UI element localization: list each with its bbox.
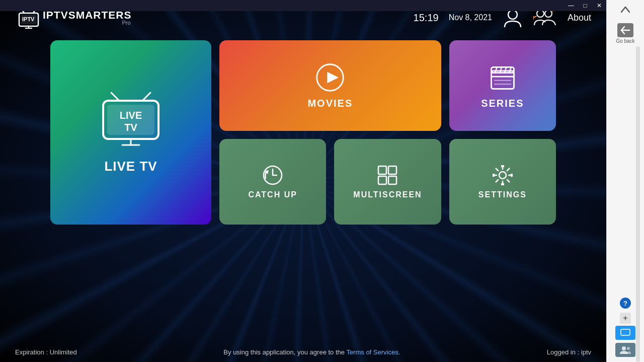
svg-point-39 (627, 347, 630, 350)
scroll-up-button[interactable] (618, 4, 633, 15)
right-grid: MOVIES (219, 40, 556, 225)
footer: Expiration : Unlimited By using this app… (0, 342, 606, 362)
scroll-track (636, 46, 640, 362)
date: Nov 8, 2021 (449, 13, 492, 22)
terms-text: By using this application, you agree to … (223, 348, 400, 356)
go-back-button[interactable]: Go back (613, 22, 638, 44)
catchup-label: CATCH UP (248, 190, 297, 199)
svg-point-8 (537, 10, 544, 17)
live-tv-icon-wrapper: LIVE TV (93, 91, 169, 149)
svg-line-25 (505, 67, 507, 73)
svg-point-38 (622, 346, 626, 350)
main-content: LIVE TV LIVE TV (0, 40, 606, 225)
live-tv-card[interactable]: LIVE TV LIVE TV (50, 40, 211, 225)
svg-point-35 (499, 172, 506, 179)
close-button[interactable]: ✕ (592, 0, 606, 11)
multiscreen-icon (376, 164, 398, 186)
live-tv-label: LIVE TV (104, 159, 157, 174)
cards-grid: LIVE TV LIVE TV (50, 40, 556, 225)
series-icon (488, 62, 518, 93)
settings-card[interactable]: SETTINGS (449, 139, 556, 225)
app-container: IPTV IPTVSMARTERS Pro 15:19 Nov 8, 2021 (0, 0, 606, 362)
users-button[interactable] (615, 343, 635, 357)
svg-point-9 (545, 10, 552, 17)
svg-line-23 (495, 67, 497, 73)
catchup-icon (262, 164, 284, 186)
svg-marker-19 (328, 71, 339, 83)
chat-button[interactable] (615, 326, 635, 340)
svg-line-26 (509, 67, 511, 73)
maximize-button[interactable]: □ (578, 0, 592, 11)
svg-rect-37 (621, 329, 630, 335)
series-label: SERIES (481, 98, 524, 109)
catchup-card[interactable]: CATCH UP (219, 139, 326, 225)
help-button[interactable]: ? (620, 298, 631, 309)
settings-label: SETTINGS (478, 190, 527, 199)
right-panel: Go back ? + (606, 0, 644, 362)
svg-rect-31 (378, 166, 386, 174)
logged-in-text: Logged in : iptv (547, 348, 591, 356)
minimize-button[interactable]: — (564, 0, 578, 11)
go-back-icon (617, 23, 633, 37)
movies-card[interactable]: MOVIES (219, 40, 441, 131)
svg-line-24 (500, 67, 502, 73)
multiscreen-card[interactable]: MULTISCREEN (334, 139, 441, 225)
movies-label: MOVIES (307, 98, 353, 109)
svg-text:TV: TV (124, 122, 137, 133)
window-titlebar: — □ ✕ (0, 0, 606, 11)
svg-rect-32 (388, 166, 396, 174)
multiscreen-label: MULTISCREEN (353, 190, 422, 199)
svg-rect-34 (388, 176, 396, 184)
clock: 15:19 (414, 12, 439, 24)
settings-icon (492, 164, 514, 186)
movies-icon (315, 62, 345, 93)
svg-text:IPTV: IPTV (22, 16, 35, 22)
svg-line-11 (142, 93, 150, 101)
go-back-label: Go back (616, 38, 634, 44)
logo-iptv-smarters: IPTVSMARTERS (43, 10, 132, 20)
series-card[interactable]: SERIES (449, 40, 556, 131)
svg-point-7 (508, 10, 517, 19)
live-tv-icon: LIVE TV (93, 91, 169, 149)
notif-icons: ? + (615, 298, 635, 357)
terms-link[interactable]: Terms of Services. (346, 348, 400, 356)
about-link[interactable]: About (568, 13, 591, 23)
svg-text:LIVE: LIVE (120, 110, 142, 121)
add-button[interactable]: + (620, 313, 631, 324)
svg-rect-33 (378, 176, 386, 184)
logo-pro: Pro (43, 20, 132, 26)
expiration-text: Expiration : Unlimited (15, 348, 77, 356)
svg-line-10 (111, 93, 119, 101)
